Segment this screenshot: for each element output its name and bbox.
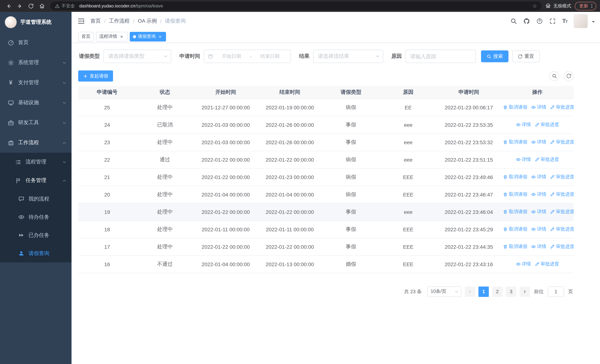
detail-link[interactable]: 详情 [516,156,531,163]
progress-link[interactable]: 审批进度 [550,243,574,250]
tab-home[interactable]: 首页 [78,32,94,41]
progress-link[interactable]: 审批进度 [534,261,559,267]
sidebar-item-leave-query[interactable]: 请假查询 [0,244,72,262]
trash-icon [503,209,508,214]
cancel-leave-link[interactable]: 取消请假 [503,139,527,145]
toggle-search-icon[interactable] [549,71,559,81]
cancel-leave-link[interactable]: 取消请假 [503,208,527,215]
sidebar-item-todo-tasks[interactable]: 待办任务 [0,208,72,226]
reset-button[interactable]: 重置 [512,50,540,62]
trash-icon [503,227,508,232]
cancel-leave-link[interactable]: 取消请假 [503,191,527,197]
next-page-button[interactable]: › [520,286,530,297]
sidebar-item-payment-management[interactable]: ¥ 支付管理 [0,73,72,93]
sidebar-item-label: 我的流程 [28,196,49,202]
list-icon [15,159,21,165]
breadcrumb-item-workflow[interactable]: 工作流程 [109,18,130,24]
detail-link[interactable]: 详情 [516,261,531,267]
detail-link[interactable]: 详情 [531,104,546,110]
sidebar-collapse-icon[interactable] [77,18,85,25]
edit-icon [550,174,555,179]
progress-link[interactable]: 审批进度 [550,174,574,180]
table-row: 24 已取消 2022-01-03 00:00:00 2022-01-26 00… [78,116,574,133]
browser-menu-button[interactable]: 更新 [575,2,596,10]
page-button-1[interactable]: 1 [478,286,489,297]
prev-page-button[interactable]: ‹ [465,286,475,297]
create-leave-button[interactable]: 发起请假 [78,70,113,82]
reason-input[interactable] [405,50,476,63]
help-icon[interactable] [536,18,543,24]
bookmark-star-icon[interactable]: ☆ [532,3,537,9]
font-size-icon[interactable]: TT [562,18,567,24]
breadcrumb-item-oa-example[interactable]: OA 示例 [138,18,157,24]
cancel-leave-link[interactable]: 取消请假 [503,226,527,232]
table-row: 22 通过 2022-01-22 00:00:00 2022-01-22 00:… [78,151,574,168]
reload-icon[interactable] [26,1,36,11]
page-size-select[interactable]: 10条/页 [427,286,461,297]
detail-link[interactable]: 详情 [516,121,531,128]
cell-status: 处理中 [136,133,194,151]
security-label[interactable]: 不安全 [62,3,75,9]
page-button-2[interactable]: 2 [492,286,503,297]
detail-link[interactable]: 详情 [531,208,546,215]
eye-icon [531,209,536,214]
tab-process-detail[interactable]: 流程详情 × [96,32,128,41]
progress-link[interactable]: 审批进度 [534,121,559,128]
sidebar-item-home[interactable]: 首页 [0,33,72,53]
refresh-table-icon[interactable] [564,71,574,81]
tab-leave-query[interactable]: 请假查询 × [130,32,166,41]
home-icon[interactable] [37,1,47,11]
apply-time-range-picker[interactable]: 开始日期 - 结束日期 [204,50,291,63]
cell-apply-time: 2022-01-23 00:06:17 [437,99,501,116]
detail-link[interactable]: 详情 [531,226,546,232]
sidebar-item-dev-tools[interactable]: 研发工具 [0,113,72,133]
page-button-3[interactable]: 3 [506,286,516,297]
cell-end-time: 2022-01-11 00:00:00 [258,221,322,238]
tab-label: 流程详情 [99,33,117,40]
detail-link[interactable]: 详情 [531,191,546,197]
breadcrumb-item-current: 请假查询 [165,18,186,24]
cancel-leave-link[interactable]: 取消请假 [503,174,527,180]
detail-link[interactable]: 详情 [531,174,546,180]
detail-label: 详情 [522,156,531,163]
search-button[interactable]: 搜索 [481,50,508,62]
sidebar-item-workflow[interactable]: 工作流程 [0,133,72,153]
address-bar[interactable]: 不安全 dashboard.yudao.iocoder.cn/bpm/oa/le… [50,1,542,10]
github-icon[interactable] [523,18,530,24]
total-count: 共 23 条 [404,288,422,295]
sidebar-item-infrastructure[interactable]: 基础设施 [0,93,72,113]
fullscreen-icon[interactable] [549,18,556,24]
trash-icon [503,192,508,197]
apply-time-label: 申请时间 [179,53,200,60]
progress-label: 审批进度 [556,208,574,215]
back-icon[interactable] [4,1,13,11]
detail-link[interactable]: 详情 [531,243,546,250]
result-select[interactable]: 请选择流结果 [313,50,383,63]
detail-link[interactable]: 详情 [531,139,546,145]
close-tab-icon[interactable]: × [119,34,124,39]
user-avatar[interactable] [574,14,588,28]
sidebar-item-process-management[interactable]: 流程管理 [0,153,72,171]
progress-link[interactable]: 审批进度 [550,104,574,110]
breadcrumb-item-home[interactable]: 首页 [90,18,101,24]
sidebar-item-done-tasks[interactable]: 已办任务 [0,226,72,244]
sidebar-item-system-management[interactable]: 系统管理 [0,53,72,73]
chevron-up-icon [62,178,66,183]
cancel-leave-link[interactable]: 取消请假 [503,104,527,110]
header-search-icon[interactable] [510,18,517,24]
progress-link[interactable]: 审批进度 [550,226,574,232]
cell-actions: 详情 审批进度 [501,255,574,273]
forward-icon[interactable] [15,1,24,11]
leave-type-select[interactable]: 请选择请假类型 [103,50,171,63]
progress-link[interactable]: 审批进度 [550,208,574,215]
progress-link[interactable]: 审批进度 [534,156,559,163]
cancel-leave-link[interactable]: 取消请假 [503,243,527,250]
progress-link[interactable]: 审批进度 [550,191,574,197]
filter-form: 请假类型 请选择请假类型 申请时间 开始日期 - 结束日期 结果 请选择流结果 [78,50,600,63]
avatar-caret-icon[interactable] [592,21,595,24]
progress-link[interactable]: 审批进度 [550,139,574,145]
sidebar-item-my-process[interactable]: 我的流程 [0,190,72,208]
sidebar-item-task-management[interactable]: 任务管理 [0,171,72,190]
close-tab-icon[interactable]: × [158,34,163,39]
goto-page-input[interactable] [548,286,564,297]
